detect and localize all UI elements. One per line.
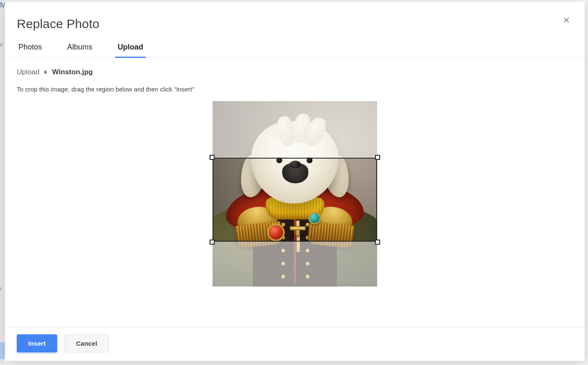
crop-handle-top-right[interactable] [375,155,380,160]
breadcrumb: Upload Winston.jpg [17,68,573,76]
dialog-content: Upload Winston.jpg To crop this image, d… [5,58,585,327]
tab-albums[interactable]: Albums [66,40,94,57]
dialog-header: Replace Photo [5,2,585,40]
close-button[interactable] [561,15,573,27]
insert-button[interactable]: Insert [17,334,57,352]
crop-border [213,158,377,242]
bg-stray-text-2: e [0,285,2,292]
chevron-right-icon [44,68,48,76]
dialog-title: Replace Photo [17,17,573,31]
breadcrumb-file: Winston.jpg [52,68,93,76]
tab-photos[interactable]: Photos [17,40,44,57]
image-preview[interactable] [213,101,377,287]
close-icon [563,16,571,26]
bg-stray-text-1: pi [0,41,3,48]
crop-handle-bottom-right[interactable] [375,240,380,245]
breadcrumb-root[interactable]: Upload [17,68,39,76]
crop-instruction: To crop this image, drag the region belo… [17,86,573,93]
dialog-footer: Insert Cancel [5,327,585,361]
crop-selection[interactable] [213,158,377,242]
tab-bar: Photos Albums Upload [5,40,585,58]
replace-photo-dialog: Replace Photo Photos Albums Upload Uploa… [5,2,585,361]
crop-handle-bottom-left[interactable] [210,240,215,245]
crop-stage [17,101,573,287]
cancel-button[interactable]: Cancel [65,334,108,352]
tab-upload[interactable]: Upload [116,40,145,57]
crop-handle-top-left[interactable] [210,155,215,160]
